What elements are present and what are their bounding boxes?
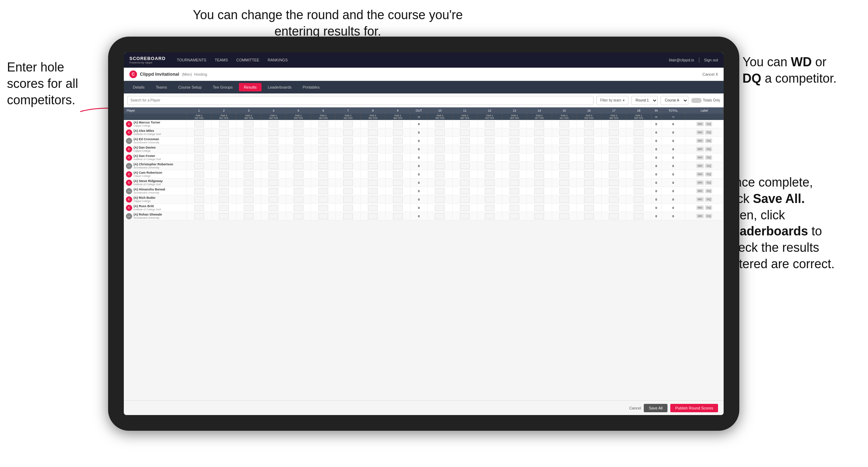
hole-8-cell[interactable] xyxy=(361,162,385,170)
score-input-h7[interactable] xyxy=(343,196,353,203)
hole-17-cell[interactable] xyxy=(602,179,626,187)
hole-6-cell[interactable] xyxy=(311,170,335,179)
score-input-h16[interactable] xyxy=(584,146,594,152)
score-input-h7[interactable] xyxy=(343,138,353,144)
score-input-h2[interactable] xyxy=(219,146,229,152)
hole-12-cell[interactable] xyxy=(477,137,502,145)
score-input-h4[interactable] xyxy=(269,146,278,152)
hole-11-cell[interactable] xyxy=(452,120,477,128)
hole-10-cell[interactable] xyxy=(428,153,452,162)
score-input-h17[interactable] xyxy=(609,121,619,127)
hole-3-cell[interactable] xyxy=(236,170,261,179)
hole-2-cell[interactable] xyxy=(211,153,236,162)
tab-printables[interactable]: Printables xyxy=(298,83,325,91)
nav-rankings[interactable]: RANKINGS xyxy=(268,58,288,62)
score-input-h9[interactable] xyxy=(393,171,403,178)
hole-15-cell[interactable] xyxy=(552,187,576,195)
score-input-h9[interactable] xyxy=(393,121,403,127)
hole-15-cell[interactable] xyxy=(552,204,576,212)
score-input-h18[interactable] xyxy=(634,205,643,211)
score-input-h5[interactable] xyxy=(294,171,303,178)
score-input-h16[interactable] xyxy=(584,171,594,178)
score-input-h13[interactable] xyxy=(510,205,519,211)
score-input-h5[interactable] xyxy=(294,196,303,203)
hole-14-cell[interactable] xyxy=(527,204,552,212)
hole-2-cell[interactable] xyxy=(211,170,236,179)
score-input-h4[interactable] xyxy=(269,213,278,219)
score-input-h10[interactable] xyxy=(435,180,445,186)
score-input-h6[interactable] xyxy=(318,155,328,161)
score-input-h5[interactable] xyxy=(294,155,303,161)
hole-9-cell[interactable] xyxy=(385,145,410,153)
hole-17-cell[interactable] xyxy=(602,204,626,212)
hole-18-cell[interactable] xyxy=(626,153,651,162)
score-input-h1[interactable] xyxy=(194,163,204,169)
hole-16-cell[interactable] xyxy=(576,162,601,170)
score-input-h16[interactable] xyxy=(584,188,594,194)
hole-9-cell[interactable] xyxy=(385,162,410,170)
hole-17-cell[interactable] xyxy=(602,212,626,220)
score-input-h12[interactable] xyxy=(485,155,495,161)
hole-13-cell[interactable] xyxy=(502,137,527,145)
score-input-h17[interactable] xyxy=(609,163,619,169)
score-input-h1[interactable] xyxy=(194,146,204,152)
hole-18-cell[interactable] xyxy=(626,212,651,220)
dq-button[interactable]: DQ xyxy=(705,189,712,193)
hole-4-cell[interactable] xyxy=(261,212,286,220)
hole-10-cell[interactable] xyxy=(428,204,452,212)
score-input-h11[interactable] xyxy=(460,155,470,161)
score-input-h1[interactable] xyxy=(194,196,204,203)
score-input-h7[interactable] xyxy=(343,180,353,186)
hole-4-cell[interactable] xyxy=(261,137,286,145)
hole-16-cell[interactable] xyxy=(576,145,601,153)
hole-15-cell[interactable] xyxy=(552,170,576,179)
hole-6-cell[interactable] xyxy=(311,162,335,170)
hole-11-cell[interactable] xyxy=(452,153,477,162)
hole-8-cell[interactable] xyxy=(361,153,385,162)
score-input-h3[interactable] xyxy=(244,188,254,194)
hole-17-cell[interactable] xyxy=(602,128,626,137)
score-input-h12[interactable] xyxy=(485,196,495,203)
hole-7-cell[interactable] xyxy=(336,145,361,153)
hole-1-cell[interactable] xyxy=(187,179,211,187)
score-input-h4[interactable] xyxy=(269,129,278,136)
filter-team-button[interactable]: Filter by team ▾ xyxy=(596,96,628,105)
hole-11-cell[interactable] xyxy=(452,212,477,220)
hole-7-cell[interactable] xyxy=(336,120,361,128)
hole-1-cell[interactable] xyxy=(187,212,211,220)
nav-tournaments[interactable]: TOURNAMENTS xyxy=(177,58,206,62)
hole-11-cell[interactable] xyxy=(452,187,477,195)
hole-6-cell[interactable] xyxy=(311,195,335,204)
score-input-h18[interactable] xyxy=(634,196,643,203)
score-input-h12[interactable] xyxy=(485,129,495,136)
hole-18-cell[interactable] xyxy=(626,145,651,153)
hole-7-cell[interactable] xyxy=(336,137,361,145)
hole-17-cell[interactable] xyxy=(602,153,626,162)
hole-14-cell[interactable] xyxy=(527,120,552,128)
hole-1-cell[interactable] xyxy=(187,145,211,153)
hole-5-cell[interactable] xyxy=(286,187,311,195)
hole-12-cell[interactable] xyxy=(477,162,502,170)
hole-12-cell[interactable] xyxy=(477,120,502,128)
score-input-h3[interactable] xyxy=(244,205,254,211)
tournament-cancel[interactable]: Cancel X xyxy=(702,72,718,76)
score-input-h1[interactable] xyxy=(194,213,204,219)
tab-results[interactable]: Results xyxy=(239,83,262,91)
score-input-h6[interactable] xyxy=(318,196,328,203)
score-input-h18[interactable] xyxy=(634,155,643,161)
score-input-h1[interactable] xyxy=(194,171,204,178)
hole-9-cell[interactable] xyxy=(385,137,410,145)
hole-18-cell[interactable] xyxy=(626,120,651,128)
hole-14-cell[interactable] xyxy=(527,162,552,170)
score-input-h12[interactable] xyxy=(485,163,495,169)
hole-14-cell[interactable] xyxy=(527,137,552,145)
hole-14-cell[interactable] xyxy=(527,195,552,204)
tab-tee-groups[interactable]: Tee Groups xyxy=(208,83,237,91)
score-input-h8[interactable] xyxy=(368,163,378,169)
score-input-h15[interactable] xyxy=(559,196,569,203)
score-input-h3[interactable] xyxy=(244,129,254,136)
wd-button[interactable]: WD xyxy=(696,214,704,218)
tab-details[interactable]: Details xyxy=(128,83,150,91)
score-input-h9[interactable] xyxy=(393,180,403,186)
score-input-h7[interactable] xyxy=(343,171,353,178)
